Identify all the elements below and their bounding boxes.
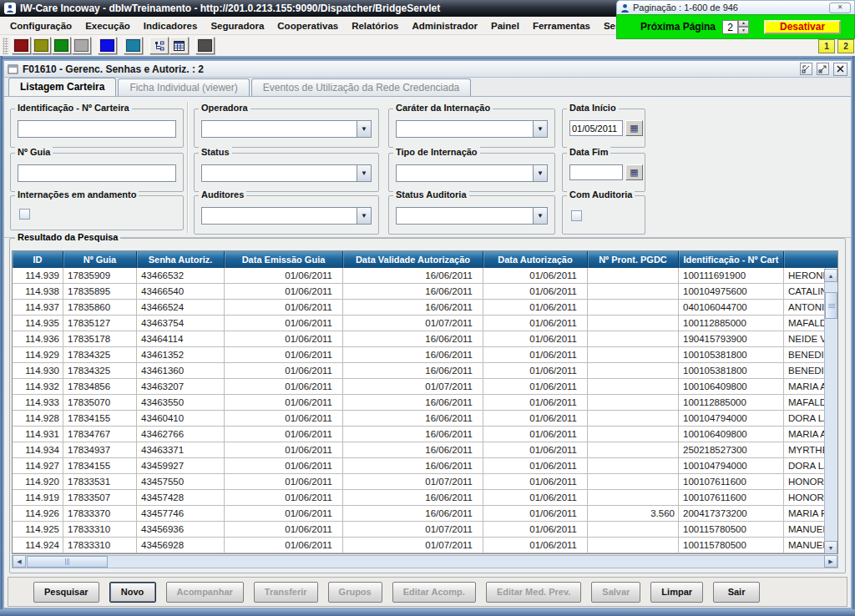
guia-input[interactable] [18, 164, 176, 182]
menu-cooperativas[interactable]: Cooperativas [271, 18, 345, 33]
column-header[interactable]: Senha Autoriz. [137, 251, 225, 268]
internacoes-checkbox[interactable] [19, 209, 30, 220]
table-cell: 114.930 [13, 363, 63, 379]
table-row[interactable]: 114.924178333104345692801/06/201101/07/2… [13, 538, 837, 553]
column-header[interactable]: Nº Pront. PGDC [588, 251, 679, 268]
table-row[interactable]: 114.938178358954346654001/06/201116/06/2… [13, 284, 837, 300]
table-cell: 114.924 [13, 538, 63, 553]
tab-eventos-utilizacao[interactable]: Eventos de Utilização da Rede Credenciad… [251, 78, 471, 96]
table-row[interactable]: 114.919178335074345742801/06/201116/06/2… [13, 490, 837, 506]
button-sair[interactable]: Sair [713, 582, 760, 603]
vertical-scrollbar[interactable]: ▲ ▼ [824, 269, 837, 554]
menu-painel[interactable]: Painel [484, 18, 526, 33]
button-novo[interactable]: Novo [109, 582, 156, 603]
menu-execucao[interactable]: Execução [78, 18, 137, 33]
column-header[interactable]: Nº Guia [63, 251, 137, 268]
tipo-internacao-combobox[interactable]: ▼ [396, 164, 548, 182]
button-pesquisar[interactable]: Pesquisar [33, 582, 99, 603]
toolbar-blue-button[interactable] [98, 37, 117, 54]
table-row[interactable]: 114.925178333104345693601/06/201101/07/2… [13, 522, 837, 538]
toolbar-tree-button[interactable] [149, 37, 169, 54]
spinner-down-icon[interactable]: ▼ [738, 27, 749, 34]
operadora-combobox[interactable]: ▼ [201, 120, 372, 138]
restore-icon[interactable] [800, 63, 812, 75]
page-tab-1[interactable]: 1 [818, 39, 835, 53]
table-row[interactable]: 114.936178351784346411401/06/201116/06/2… [13, 331, 837, 347]
dropdown-arrow-icon[interactable]: ▼ [533, 164, 548, 182]
toolbar-grid-button[interactable] [169, 37, 189, 54]
table-row[interactable]: 114.934178349374346337101/06/201116/06/2… [13, 442, 837, 458]
scroll-right-icon[interactable]: ▶ [824, 555, 837, 568]
table-row[interactable]: 114.927178341554345992701/06/201116/06/2… [13, 458, 837, 474]
column-header[interactable] [784, 251, 838, 268]
data-inicio-input[interactable] [569, 120, 623, 136]
dropdown-arrow-icon[interactable]: ▼ [357, 120, 372, 138]
status-combobox[interactable]: ▼ [201, 164, 372, 182]
vertical-scrollbar-thumb[interactable] [825, 292, 837, 319]
menu-indicadores[interactable]: Indicadores [137, 18, 205, 33]
toolbar-green-button[interactable] [52, 37, 71, 54]
table-row[interactable]: 114.920178335314345755001/06/201101/07/2… [13, 474, 837, 490]
toolbar-olive-button[interactable] [32, 37, 51, 54]
scroll-up-icon[interactable]: ▲ [824, 269, 837, 282]
table-row[interactable]: 114.932178348564346320701/06/201101/07/2… [13, 379, 837, 395]
toolbar-teal-button[interactable] [124, 37, 143, 54]
calendar-icon[interactable]: ▦ [625, 164, 643, 180]
page-tab-2[interactable]: 2 [837, 39, 854, 53]
status-auditoria-combobox[interactable]: ▼ [396, 207, 548, 225]
table-row[interactable]: 114.930178343254346136001/06/201116/06/2… [13, 363, 837, 379]
identificacao-label: Identificação - Nº Carteira [15, 103, 132, 113]
dropdown-arrow-icon[interactable]: ▼ [533, 120, 548, 138]
table-cell: 01/06/2011 [225, 490, 343, 506]
table-row[interactable]: 114.935178351274346375401/06/201101/07/2… [13, 316, 837, 331]
pagination-collapse-icon[interactable]: ✕ [829, 3, 851, 13]
spinner-up-icon[interactable]: ▲ [738, 20, 749, 28]
button-limpar[interactable]: Limpar [650, 582, 703, 603]
column-header[interactable]: Data Autorização [483, 251, 588, 268]
maximize-icon[interactable] [817, 63, 829, 75]
column-header[interactable]: Data Validade Autorização [343, 251, 483, 268]
menu-relatorios[interactable]: Relatórios [345, 18, 405, 33]
menu-configuracao[interactable]: Configuração [3, 18, 78, 33]
table-row[interactable]: 114.939178359094346653201/06/201116/06/2… [13, 268, 837, 284]
identificacao-input[interactable] [18, 120, 176, 138]
horizontal-scrollbar[interactable]: ◀ ▶ [12, 555, 838, 568]
scroll-down-icon[interactable]: ▼ [824, 541, 837, 554]
pagination-titlebar[interactable]: Paginação : 1-600 de 946 ✕ [616, 0, 855, 14]
table-row[interactable]: 114.933178350704346355001/06/201116/06/2… [13, 395, 837, 411]
toolbar-darkgray-button[interactable] [195, 37, 215, 54]
data-fim-input[interactable] [569, 164, 623, 180]
tab-ficha-individual[interactable]: Ficha Individual (viewer) [118, 78, 249, 96]
deactivate-button[interactable]: Desativar [764, 20, 841, 34]
table-cell: 01/07/2011 [343, 379, 483, 395]
carater-combobox[interactable]: ▼ [396, 120, 548, 138]
calendar-icon[interactable]: ▦ [625, 120, 643, 136]
table-row[interactable]: 114.929178343254346135201/06/201116/06/2… [13, 347, 837, 363]
menu-ferramentas[interactable]: Ferramentas [526, 18, 597, 33]
horizontal-scrollbar-thumb[interactable] [27, 556, 108, 568]
dropdown-arrow-icon[interactable]: ▼ [357, 164, 372, 182]
close-icon[interactable] [833, 63, 847, 76]
menu-administrador[interactable]: Administrador [405, 18, 484, 33]
tab-listagem-carteira[interactable]: Listagem Carteira [8, 78, 116, 96]
scroll-left-icon[interactable]: ◀ [13, 555, 26, 568]
column-header[interactable]: Identificação - Nº Cart [679, 251, 784, 268]
dropdown-arrow-icon[interactable]: ▼ [357, 207, 372, 225]
table-cell: BENEDIC [784, 347, 826, 363]
dropdown-arrow-icon[interactable]: ▼ [533, 207, 548, 225]
toolbar-red-button[interactable] [12, 37, 31, 54]
toolbar-drag-handle[interactable] [3, 38, 8, 54]
page-spinner-value[interactable]: 2 [722, 20, 738, 34]
com-auditoria-checkbox[interactable] [571, 210, 582, 221]
menu-seguradora[interactable]: Seguradora [204, 18, 271, 33]
table-row[interactable]: 114.937178358604346652401/06/201116/06/2… [13, 300, 837, 316]
toolbar-gray-button[interactable] [72, 37, 91, 54]
table-cell [588, 363, 679, 379]
column-header[interactable]: ID [13, 251, 63, 268]
table-row[interactable]: 114.931178347674346276601/06/201116/06/2… [13, 427, 837, 442]
auditores-combobox[interactable]: ▼ [201, 207, 372, 225]
table-row[interactable]: 114.926178333704345774601/06/201116/06/2… [13, 506, 837, 522]
frame-titlebar[interactable]: F01610 - Gerenc. Senhas e Autoriz. : 2 [4, 61, 851, 78]
column-header[interactable]: Data Emissão Guia [225, 251, 343, 268]
table-row[interactable]: 114.928178341554346041001/06/201116/06/2… [13, 411, 837, 427]
